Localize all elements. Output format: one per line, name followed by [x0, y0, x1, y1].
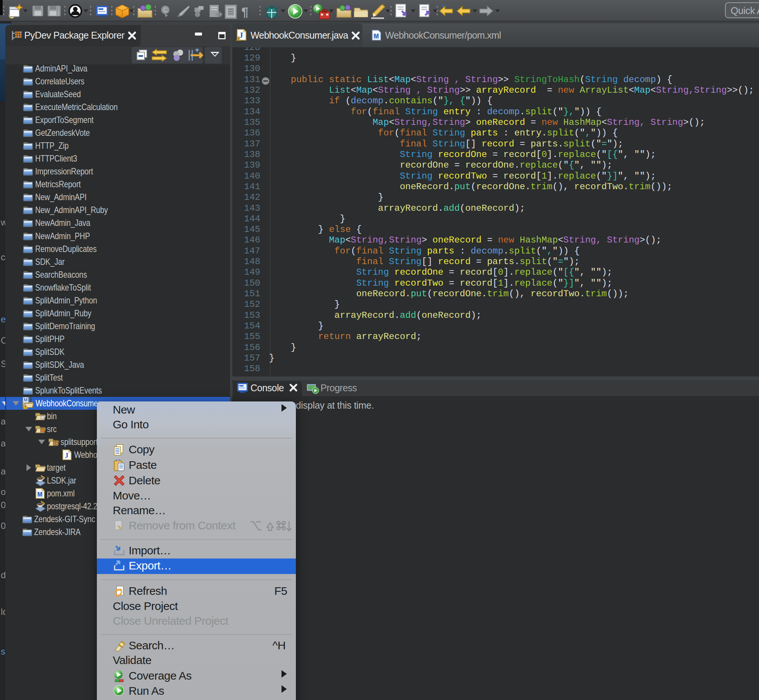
svg-text:M: M [37, 491, 42, 498]
svg-text:J: J [239, 30, 243, 40]
svg-text:M: M [374, 33, 379, 39]
svg-text:C: C [163, 7, 168, 13]
svg-text:M: M [24, 397, 28, 403]
svg-text:J: J [29, 397, 32, 403]
svg-text:J: J [65, 452, 69, 459]
svg-text:*: * [442, 5, 445, 11]
